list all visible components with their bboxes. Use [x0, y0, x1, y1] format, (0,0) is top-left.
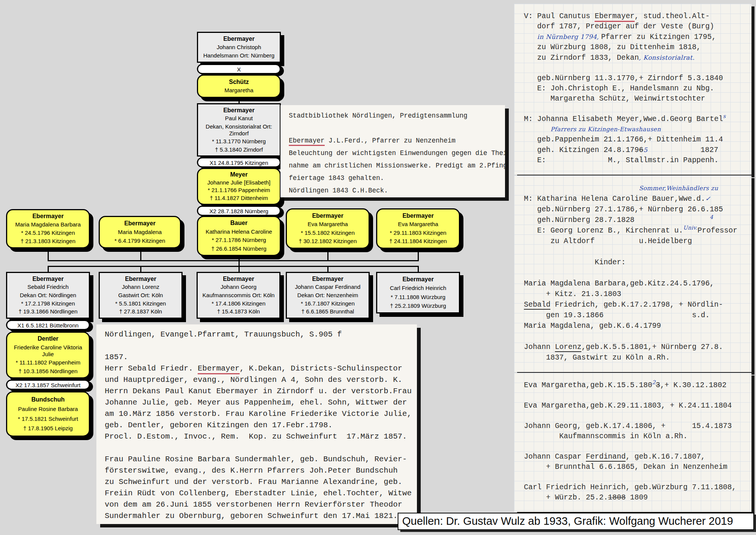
text-segment: Eva Margaretha,geb.K.15.5.180: [524, 381, 652, 389]
text-segment: Herr Sebald Friedr.: [105, 364, 198, 373]
text-line: E: Joh.Christoph E., Handelsmann zu Nbg.: [524, 84, 751, 94]
person-box-ebermayer-johann-georg: EbermayerJohann GeorgKaufmannscommis Ort…: [197, 272, 280, 319]
text-segment: ✓: [705, 195, 711, 202]
text-segment: Freiin Rüdt von Collenberg, Eberstadter …: [105, 489, 412, 498]
person-line: Katharina Helena Caroline: [206, 228, 272, 235]
text-line: zu Würzburg 1808, zu Dittenheim 1818,: [524, 42, 751, 53]
text-segment: Ebermayer: [595, 12, 634, 22]
text-line: [524, 63, 751, 73]
text-line: + Würzb. 25.2.1808 1809: [524, 493, 751, 503]
person-line: † 15.4.1873 Köln: [217, 308, 260, 315]
person-line: † 19.3.1866 Nördlingen: [19, 308, 77, 315]
text-segment: Ferdinand: [586, 453, 626, 462]
person-box-ebermayer-maria-magdalena: EbermayerMaria Magdalena* 6.4.1799 Kitzi…: [99, 216, 181, 248]
surname: Bauer: [230, 220, 247, 226]
text-segment: 3: [656, 381, 660, 389]
text-segment: , stud.theol.Alt-: [635, 12, 710, 20]
text-line: Herrn Dekans Paul Kanut Ebermayer in Zir…: [105, 386, 417, 397]
connector-line: [48, 266, 49, 272]
text-segment: gen 19.3.1866 s.d.: [524, 311, 710, 319]
note-trauungsbuch: Nördlingen, Evangel.Pfarramt, Trauungsbu…: [96, 324, 417, 524]
text-segment: Johann Caspar: [524, 453, 586, 461]
marriage-oval-x2-1857: X2 17.3.1857 Schweinfurt: [6, 380, 90, 390]
text-line: geb.Nürnberg 27.1.1786,+ Nürnberg 26.6.1…: [524, 204, 751, 215]
text-segment: 6: [639, 146, 643, 154]
text-segment: Maria Magdalena, geb.K.6.4.1799: [524, 322, 661, 330]
person-line: * 11.11.1802 Pappenheim: [15, 359, 80, 366]
text-line: Nördlingen 1843 C.H.Beck.: [289, 185, 505, 197]
person-line: † 25.2.1809 Würzburg: [390, 302, 446, 309]
text-line: M: Johanna Elisabeth Meyer,Wwe.d.Georg B…: [524, 114, 751, 124]
surname: Ebermayer: [223, 36, 255, 42]
text-line: Sommer,Weinhändlers zu: [524, 183, 751, 194]
surname: Dentler: [37, 335, 58, 342]
person-line: * 6.4.1799 Kitzingen: [115, 237, 165, 244]
text-line: zu Zirndorf 1833, Dekan, Konsistorialrat…: [524, 53, 751, 63]
text-segment: Margaretha Schütz, Weinwirtstochter: [524, 95, 705, 103]
surname: Bundschuh: [31, 396, 65, 403]
text-line: Beleuchtung der wichtigsten Einwendungen…: [289, 147, 505, 160]
text-line: [524, 391, 751, 401]
text-line: försterswitwe, evang., des K.Herrn Pfarr…: [105, 465, 417, 476]
person-line: Handelsmann Ort: Nürnberg: [203, 52, 274, 59]
text-line: zu Schweinfurt und der verstorb. Frau Ma…: [105, 476, 417, 488]
person-line: Pauline Rosine Barbara: [18, 406, 78, 412]
text-segment: Kinder:: [524, 258, 626, 267]
text-line: Herr Sebald Friedr. Ebermayer, K.Dekan, …: [105, 363, 417, 374]
text-line: [524, 104, 751, 114]
text-line: E: Georg Lorenz B., Kirchenrat u.Univ.Pr…: [524, 225, 751, 236]
person-box-ebermayer-maria-magdalena-barbara: EbermayerMaria Magdalena Barbara* 24.5.1…: [6, 209, 90, 248]
surname: Ebermayer: [223, 276, 254, 282]
text-line: [105, 340, 417, 352]
text-segment: zu Altdorf u.Heidelberg: [524, 237, 692, 245]
text-segment: E: Joh.Christoph E., Handelsmann zu Nbg.: [524, 84, 714, 93]
text-segment: Carl Friedrich Heinrich, geb.Würzburg 7.…: [524, 483, 736, 492]
person-box-bauer-katharina: BauerKatharina Helena Caroline* 27.1.178…: [197, 216, 281, 256]
connector-line: [48, 248, 49, 261]
index-card-children-continued: Eva Margaretha,geb.K.15.5.18023,+ K.30.1…: [514, 373, 751, 512]
person-line: † 30.12.1802 Kitzingen: [299, 238, 356, 245]
text-segment: Procl. D.Estom., Invoc., Rem. Kop. zu Sc…: [105, 432, 407, 441]
text-segment: 1809: [626, 493, 648, 502]
text-segment: Beleuchtung der wichtigsten Einwendungen…: [289, 149, 505, 157]
connector-line: [418, 266, 419, 272]
text-segment: E: M., Stallmstr.in Pappenh.: [524, 156, 719, 164]
text-segment: + Brunnthal 6.6.1865, Dekan in Nenzenhei…: [524, 463, 727, 471]
text-line: dorf 1787, Prediger auf der Veste (Burg): [524, 22, 751, 32]
connector-line: [327, 266, 328, 272]
text-line: von dem am 26.Juni 1855 verstorbenen Her…: [105, 499, 417, 510]
person-box-ebermayer-eva-margaretha-1803: EbermayerEva Margaretha* 29.11.1803 Kitz…: [376, 208, 460, 249]
text-segment: J.L.Ferd., Pfarrer zu Nenzenheim: [325, 137, 456, 144]
text-segment: Ebermayer: [289, 137, 325, 146]
surname: Ebermayer: [312, 212, 344, 219]
text-line: feiertage 1843 gehalten.: [289, 172, 505, 185]
person-box-ebermayer-johann-christoph: EbermayerJohann ChristophHandelsmann Ort…: [197, 32, 281, 63]
person-line: Kaufmannscommis Ort: Köln: [203, 292, 275, 299]
connector-line: [418, 249, 419, 261]
text-line: Margaretha Schütz, Weinwirtstochter: [524, 94, 751, 104]
person-line: Johann Georg: [220, 284, 256, 290]
person-line: * 17.2.1798 Kitzingen: [21, 300, 75, 307]
person-line: * 5.5.1801 Kitzingen: [115, 300, 166, 307]
connector-line: [239, 256, 240, 267]
text-line: V: Paul Canutus Ebermayer, stud.theol.Al…: [524, 11, 751, 22]
text-line: 1837, Gastwirt zu Köln a.Rh.: [524, 352, 751, 363]
text-line: Ebermayer J.L.Ferd., Pfarrer zu Nenzenhe…: [289, 135, 505, 147]
text-line: [524, 411, 751, 421]
text-line: Carl Friedrich Heinrich, geb.Würzburg 7.…: [524, 482, 751, 493]
text-segment: 4: [710, 214, 713, 220]
text-line: geb. Dentler, geboren Kitzingen den 17.F…: [105, 420, 417, 431]
text-line: Johanne Julie, geb. Meyer aus Pappenheim…: [105, 397, 417, 408]
person-line: Maria Magdalena Barbara: [15, 221, 81, 228]
person-line: * 17.5.1821 Schweinfurt: [18, 416, 78, 422]
text-segment: s: [723, 113, 726, 119]
person-box-ebermayer-sebald-friedrich: EbermayerSebald FriedrichDekan Ort: Nörd…: [6, 272, 90, 319]
text-line: [524, 268, 751, 278]
person-line: Eva Margaretha: [398, 221, 438, 228]
marriage-oval-x1-1795: X1 24.8.1795 Kitzingen: [197, 157, 281, 167]
person-line: Johann Lorenz: [122, 284, 159, 290]
text-segment: Univ.: [683, 225, 697, 231]
text-segment: M: Johanna Elisabeth Meyer,Wwe.d.Georg B…: [524, 115, 723, 123]
text-line: Sundermahler zu Obernburg, geboren Schwe…: [105, 510, 417, 522]
text-segment: Kaufmannscommis in Köln a.Rh.: [524, 432, 688, 440]
